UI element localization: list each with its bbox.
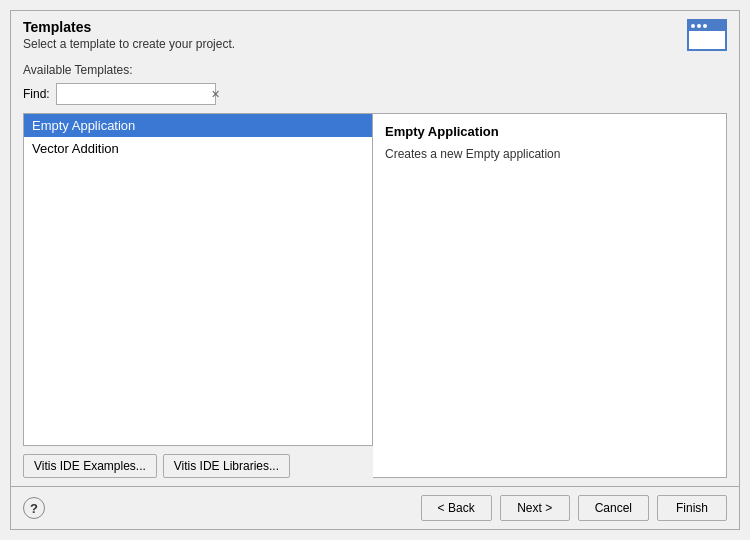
- dialog-header: Templates Select a template to create yo…: [11, 11, 739, 55]
- left-buttons: Vitis IDE Examples... Vitis IDE Librarie…: [23, 454, 373, 478]
- right-panel: Empty Application Creates a new Empty ap…: [373, 113, 727, 478]
- footer-right: < Back Next > Cancel Finish: [421, 495, 727, 521]
- template-list: Empty Application Vector Addition: [23, 113, 373, 446]
- footer-left: ?: [23, 497, 45, 519]
- find-label: Find:: [23, 87, 50, 101]
- window-titlebar: [689, 21, 725, 31]
- window-dot-2: [697, 24, 701, 28]
- dialog-content: Available Templates: Find: ✕ Empty Appli…: [11, 55, 739, 486]
- find-input-wrapper: ✕: [56, 83, 216, 105]
- next-button[interactable]: Next >: [500, 495, 570, 521]
- window-dot-3: [703, 24, 707, 28]
- help-button[interactable]: ?: [23, 497, 45, 519]
- cancel-button[interactable]: Cancel: [578, 495, 649, 521]
- dialog-title: Templates: [23, 19, 235, 35]
- template-detail-name: Empty Application: [385, 124, 714, 139]
- back-button[interactable]: < Back: [421, 495, 492, 521]
- finish-button[interactable]: Finish: [657, 495, 727, 521]
- find-input[interactable]: [61, 87, 211, 101]
- dialog-footer: ? < Back Next > Cancel Finish: [11, 486, 739, 529]
- dialog-subtitle: Select a template to create your project…: [23, 37, 235, 51]
- main-panels: Empty Application Vector Addition Vitis …: [23, 113, 727, 478]
- available-label: Available Templates:: [23, 63, 727, 77]
- template-item-empty-application[interactable]: Empty Application: [24, 114, 372, 137]
- vitis-libraries-button[interactable]: Vitis IDE Libraries...: [163, 454, 290, 478]
- template-detail-description: Creates a new Empty application: [385, 147, 714, 161]
- templates-dialog: Templates Select a template to create yo…: [10, 10, 740, 530]
- window-body: [689, 31, 725, 49]
- left-panel: Empty Application Vector Addition Vitis …: [23, 113, 373, 478]
- vitis-examples-button[interactable]: Vitis IDE Examples...: [23, 454, 157, 478]
- window-dot-1: [691, 24, 695, 28]
- title-area: Templates Select a template to create yo…: [23, 19, 235, 51]
- clear-find-button[interactable]: ✕: [211, 88, 220, 101]
- find-row: Find: ✕: [23, 83, 727, 105]
- template-item-vector-addition[interactable]: Vector Addition: [24, 137, 372, 160]
- window-icon: [687, 19, 727, 51]
